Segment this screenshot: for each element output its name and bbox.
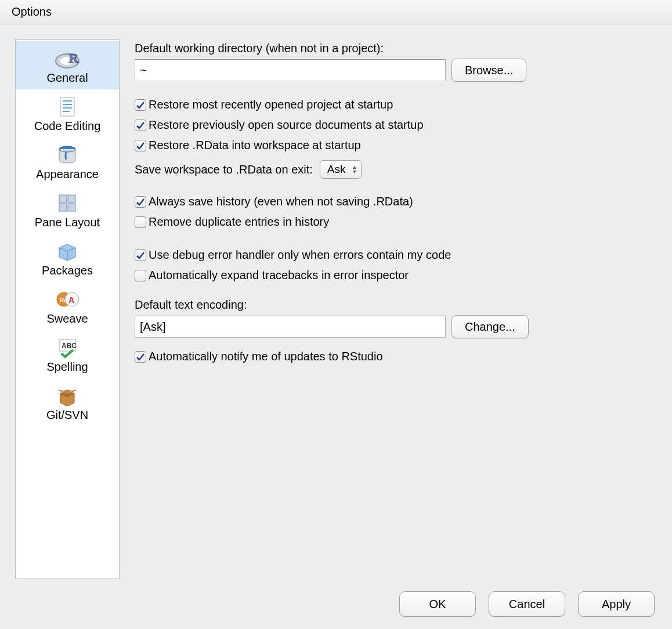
checkbox-icon: [135, 351, 146, 363]
check-label: Restore previously open source documents…: [149, 118, 424, 132]
workdir-row: Browse...: [135, 59, 657, 82]
sidebar-label-code-editing: Code Editing: [34, 120, 101, 133]
check-restore-docs[interactable]: Restore previously open source documents…: [135, 118, 657, 132]
sidebar-label-git-svn: Git/SVN: [46, 409, 88, 422]
select-arrows-icon: ▲▼: [352, 165, 357, 174]
check-label: Use debug error handler only when errors…: [149, 248, 451, 262]
sidebar-item-code-editing[interactable]: Code Editing: [16, 89, 119, 138]
svg-text:ABC: ABC: [62, 342, 77, 350]
check-remove-dup-history[interactable]: Remove duplicate entries in history: [135, 215, 657, 229]
ok-button[interactable]: OK: [399, 591, 476, 617]
sidebar-label-appearance: Appearance: [36, 168, 99, 181]
checkbox-icon: [135, 250, 146, 261]
check-label: Restore most recently opened project at …: [149, 98, 393, 111]
sidebar-item-spelling[interactable]: ABC Spelling: [16, 330, 119, 378]
check-always-save-history[interactable]: Always save history (even when not savin…: [135, 195, 657, 208]
check-label: Restore .RData into workspace at startup: [149, 139, 361, 152]
checkbox-icon: [135, 216, 146, 228]
svg-rect-10: [59, 195, 67, 203]
check-restore-rdata[interactable]: Restore .RData into workspace at startup: [135, 139, 657, 152]
save-workspace-select[interactable]: Ask ▲▼: [320, 160, 362, 179]
svg-rect-12: [59, 204, 67, 211]
window-body: R General Code Editing: [0, 24, 672, 579]
cancel-button[interactable]: Cancel: [489, 591, 565, 617]
check-auto-expand-traceback[interactable]: Automatically expand tracebacks in error…: [135, 269, 657, 282]
check-notify-updates[interactable]: Automatically notify me of updates to RS…: [135, 350, 657, 363]
sidebar-item-pane-layout[interactable]: Pane Layout: [16, 186, 119, 234]
sweave-icon: Rnw A: [53, 288, 81, 311]
open-box-icon: [53, 384, 81, 407]
select-value: Ask: [327, 163, 346, 176]
checkbox-icon: [135, 99, 146, 111]
svg-rect-11: [68, 195, 75, 203]
workdir-label: Default working directory (when not in a…: [135, 42, 657, 55]
sidebar-label-spelling: Spelling: [46, 360, 88, 374]
checkbox-icon: [135, 196, 146, 208]
change-button[interactable]: Change...: [451, 315, 529, 338]
save-workspace-row: Save workspace to .RData on exit: Ask ▲▼: [135, 160, 657, 179]
window-title: Options: [12, 5, 52, 19]
sidebar-label-general: General: [46, 71, 88, 85]
sidebar-item-sweave[interactable]: Rnw A Sweave: [16, 282, 119, 330]
sidebar-item-general[interactable]: R General: [16, 41, 119, 89]
browse-button[interactable]: Browse...: [451, 59, 526, 82]
check-label: Automatically notify me of updates to RS…: [149, 350, 383, 363]
apply-button[interactable]: Apply: [578, 591, 655, 617]
window-titlebar: Options: [0, 0, 672, 24]
encoding-label: Default text encoding:: [135, 298, 657, 312]
sidebar: R General Code Editing: [15, 39, 120, 579]
sidebar-label-sweave: Sweave: [46, 312, 88, 326]
check-label: Remove duplicate entries in history: [149, 215, 329, 229]
checkbox-icon: [135, 140, 146, 151]
sidebar-item-packages[interactable]: Packages: [16, 234, 119, 282]
spelling-icon: ABC: [53, 336, 81, 359]
save-workspace-label: Save workspace to .RData on exit:: [135, 163, 313, 176]
encoding-input[interactable]: [135, 316, 446, 338]
package-box-icon: [53, 240, 81, 263]
paint-bucket-icon: [53, 143, 81, 167]
checkbox-icon: [135, 270, 146, 281]
document-icon: [53, 95, 81, 118]
check-label: Automatically expand tracebacks in error…: [149, 269, 409, 282]
svg-rect-3: [60, 97, 74, 116]
sidebar-item-git-svn[interactable]: Git/SVN: [16, 378, 119, 426]
r-logo-icon: R: [53, 47, 81, 70]
sidebar-label-packages: Packages: [42, 264, 93, 277]
check-label: Always save history (even when not savin…: [149, 195, 413, 208]
svg-text:R: R: [68, 50, 79, 66]
sidebar-label-pane-layout: Pane Layout: [35, 216, 100, 229]
sidebar-item-appearance[interactable]: Appearance: [16, 138, 119, 186]
check-restore-project[interactable]: Restore most recently opened project at …: [135, 98, 657, 111]
options-window: Options R General: [0, 0, 672, 629]
checkbox-icon: [135, 120, 146, 131]
workdir-input[interactable]: [135, 59, 446, 81]
svg-rect-13: [68, 204, 75, 211]
panes-icon: [53, 191, 81, 215]
content-pane: Default working directory (when not in a…: [135, 39, 657, 579]
svg-text:A: A: [68, 295, 74, 305]
encoding-row: Change...: [135, 315, 657, 338]
check-debug-handler[interactable]: Use debug error handler only when errors…: [135, 248, 657, 262]
dialog-footer: OK Cancel Apply: [0, 579, 672, 629]
